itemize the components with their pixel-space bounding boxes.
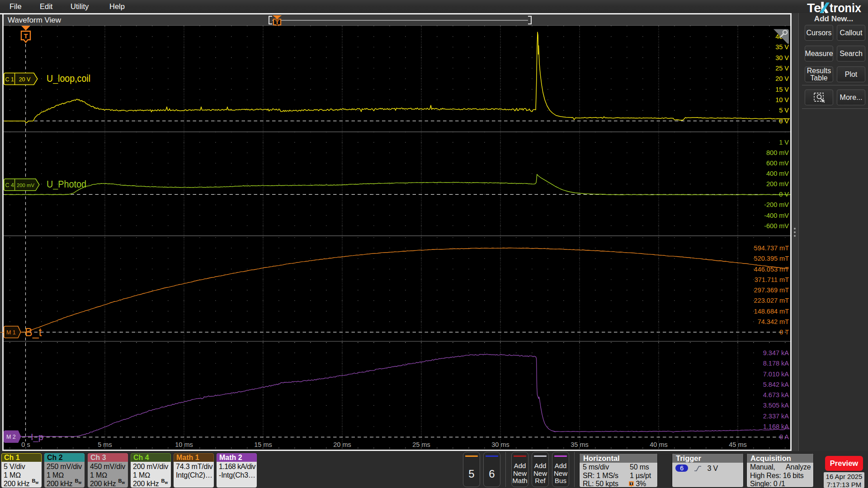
svg-text:-400 mV: -400 mV — [764, 212, 789, 219]
svg-text:U_loop,coil: U_loop,coil — [47, 73, 90, 84]
svg-text:0 V: 0 V — [779, 191, 789, 198]
svg-text:45 ms: 45 ms — [729, 441, 747, 448]
svg-text:5 V: 5 V — [779, 107, 789, 114]
svg-text:0 T: 0 T — [779, 328, 789, 336]
svg-text:U_Photod: U_Photod — [47, 178, 86, 190]
svg-text:15 ms: 15 ms — [254, 441, 272, 448]
svg-text:0 V: 0 V — [779, 117, 789, 125]
svg-text:200 mV: 200 mV — [766, 180, 789, 188]
svg-text:35 ms: 35 ms — [571, 441, 589, 448]
svg-text:2.337 kA: 2.337 kA — [763, 413, 789, 420]
svg-text:148.684 mT: 148.684 mT — [754, 308, 789, 315]
svg-text:9.347 kA: 9.347 kA — [763, 349, 789, 357]
svg-text:0 A: 0 A — [779, 433, 789, 441]
svg-text:M 2: M 2 — [6, 434, 16, 440]
svg-text:25 ms: 25 ms — [412, 441, 430, 448]
svg-text:7.010 kA: 7.010 kA — [763, 371, 789, 378]
svg-text:223.027 mT: 223.027 mT — [754, 297, 789, 304]
svg-text:446.053 mT: 446.053 mT — [754, 266, 789, 273]
svg-text:Te: Te — [807, 1, 821, 14]
svg-text:C 1: C 1 — [5, 76, 14, 83]
svg-text:C 4: C 4 — [5, 182, 14, 188]
svg-text:297.369 mT: 297.369 mT — [754, 286, 789, 294]
svg-text:1 V: 1 V — [779, 139, 789, 146]
svg-text:200 mV: 200 mV — [17, 183, 34, 188]
svg-text:520.395 mT: 520.395 mT — [754, 255, 789, 262]
svg-text:-600 mV: -600 mV — [764, 222, 789, 230]
svg-text:I_p: I_p — [31, 432, 43, 442]
svg-text:T: T — [24, 32, 28, 40]
svg-text:T: T — [275, 19, 279, 26]
svg-text:M 1: M 1 — [6, 329, 16, 336]
svg-text:10 ms: 10 ms — [175, 441, 193, 448]
svg-text:30 ms: 30 ms — [491, 441, 509, 448]
svg-text:-200 mV: -200 mV — [764, 201, 789, 208]
svg-text:8.178 kA: 8.178 kA — [763, 360, 789, 367]
svg-text:594.737 mT: 594.737 mT — [754, 244, 789, 252]
svg-text:tronix: tronix — [830, 1, 861, 14]
svg-text:371.711 mT: 371.711 mT — [755, 276, 789, 283]
svg-text:74.342 mT: 74.342 mT — [758, 318, 789, 325]
svg-text:15 V: 15 V — [775, 86, 789, 93]
svg-text:800 mV: 800 mV — [766, 149, 789, 156]
svg-text:400 mV: 400 mV — [766, 170, 789, 177]
svg-text:25 V: 25 V — [775, 65, 789, 72]
svg-text:5.842 kA: 5.842 kA — [763, 381, 789, 388]
svg-text:20 V: 20 V — [775, 75, 789, 82]
svg-text:B_t: B_t — [25, 326, 42, 338]
svg-text:3.505 kA: 3.505 kA — [763, 402, 789, 409]
svg-text:0 s: 0 s — [21, 441, 30, 448]
svg-text:30 V: 30 V — [775, 54, 789, 61]
svg-text:600 mV: 600 mV — [766, 160, 789, 167]
svg-text:T: T — [630, 482, 632, 486]
svg-text:35 V: 35 V — [775, 43, 789, 51]
svg-text:20 V: 20 V — [19, 76, 31, 83]
svg-text:10 V: 10 V — [775, 96, 789, 103]
svg-text:20 ms: 20 ms — [333, 441, 351, 448]
svg-text:1.168 kA: 1.168 kA — [763, 423, 789, 430]
svg-text:4.673 kA: 4.673 kA — [763, 391, 789, 399]
svg-text:5 ms: 5 ms — [98, 441, 112, 448]
svg-text:40 ms: 40 ms — [650, 441, 668, 448]
